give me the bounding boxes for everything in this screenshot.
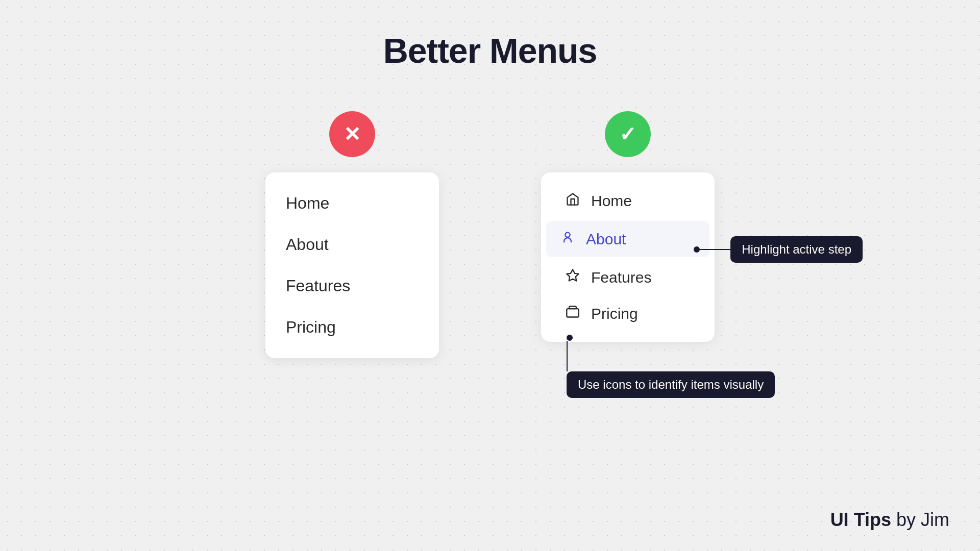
highlight-active-tooltip: Highlight active step [730,236,863,263]
good-menu-card: Home About Features [541,172,715,342]
about-icon [559,230,576,248]
annotation-icons: Use icons to identify items visually [567,335,775,398]
page-title: Better Menus [0,0,980,70]
list-item[interactable]: Home [546,183,709,219]
svg-rect-2 [567,309,578,317]
icons-tooltip: Use icons to identify items visually [567,371,775,398]
home-label: Home [591,192,632,210]
about-label: About [586,231,626,248]
list-item[interactable]: About [265,224,439,265]
annotation-line [700,249,730,250]
branding: UI Tips by Jim [830,509,949,531]
bad-menu-card: Home About Features Pricing [265,172,439,358]
content-area: ✕ Home About Features Pricing ✓ Home [0,111,980,358]
good-badge: ✓ [605,111,651,157]
bad-menu-column: ✕ Home About Features Pricing [265,111,439,358]
list-item[interactable]: About [546,221,709,257]
svg-point-0 [565,233,570,237]
pricing-icon [565,305,581,322]
pricing-label: Pricing [591,305,638,322]
home-icon [565,192,581,210]
list-item[interactable]: Pricing [265,307,439,348]
good-menu-column: ✓ Home [541,111,715,342]
annotation-dot-icons [567,335,573,341]
list-item[interactable]: Home [265,183,439,224]
list-item[interactable]: Features [546,259,709,295]
good-badge-icon: ✓ [619,122,636,146]
features-label: Features [591,269,651,286]
annotation-dot [694,246,700,253]
list-item[interactable]: Pricing [546,295,709,332]
annotation-active: Highlight active step [694,236,863,263]
bad-badge-icon: ✕ [344,122,361,146]
branding-light: by Jim [891,509,949,530]
svg-marker-1 [567,269,578,281]
annotation-vline [567,341,568,371]
branding-bold: UI Tips [830,509,891,530]
bad-badge: ✕ [329,111,375,157]
features-icon [565,268,581,286]
list-item[interactable]: Features [265,265,439,307]
